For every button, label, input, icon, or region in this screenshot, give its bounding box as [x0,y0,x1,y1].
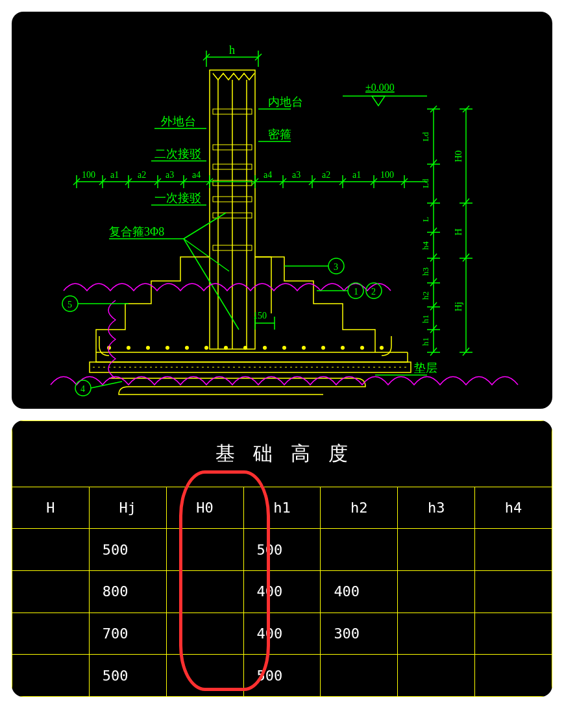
table-title-row: 基础高度 [12,421,552,487]
drawing-svg: h ±0.000 内地台 外地台 密箍 二次接驳 [12,12,552,409]
svg-text:复合箍3Φ8: 复合箍3Φ8 [109,225,164,238]
wall-body [210,70,255,349]
svg-point-72 [185,346,189,350]
svg-point-79 [321,346,325,350]
bedding-layer: 垫层 [90,361,437,375]
svg-text:h4: h4 [421,241,430,250]
datum-label: ±0.000 [365,82,395,93]
svg-point-73 [204,346,208,350]
svg-text:100: 100 [82,170,95,180]
svg-text:H0: H0 [453,151,463,162]
svg-text:4: 4 [80,384,85,394]
table-title: 基础高度 [12,421,552,487]
svg-point-70 [146,346,150,350]
svg-point-80 [341,346,345,350]
top-dim-label: h [229,43,235,56]
foundation-height-table-panel: 基础高度 H Hj H0 h1 h2 h3 h4 500 500 800 400… [12,420,552,697]
svg-text:a2: a2 [138,170,146,180]
svg-text:a3: a3 [292,170,300,180]
svg-line-57 [184,213,226,239]
svg-point-76 [263,346,267,350]
svg-point-78 [302,346,306,350]
col-h1: h1 [243,487,321,529]
svg-line-58 [184,239,229,271]
top-dim-h: h [203,43,262,67]
composite-stirrup-note: 复合箍3Φ8 [109,213,239,330]
svg-text:5: 5 [67,300,72,309]
foundation-section-drawing: h ±0.000 内地台 外地台 密箍 二次接驳 [12,12,552,409]
svg-point-77 [282,346,286,350]
col-H: H [12,487,90,529]
svg-text:3: 3 [334,262,338,272]
callout-bubbles: 3 1 2 5 4 [62,258,382,396]
svg-text:Ld: Ld [421,178,430,188]
col-H0: H0 [166,487,243,529]
svg-text:a3: a3 [166,170,174,180]
svg-text:Ld: Ld [421,132,430,141]
inner-platform-label: 内地台 [268,95,303,108]
outer-platform-label: 外地台 [161,115,196,128]
revision-clouds [51,284,518,385]
svg-text:Hj: Hj [453,302,463,311]
svg-point-75 [243,346,247,350]
table-row: 700 400 300 [12,613,552,655]
svg-text:2: 2 [371,287,376,297]
table-header-row: H Hj H0 h1 h2 h3 h4 [12,487,552,529]
svg-point-74 [224,346,228,350]
svg-text:垫层: 垫层 [414,361,437,374]
table-row: 500 500 [12,529,552,571]
second-splice-label: 二次接驳 [154,147,201,160]
svg-text:a2: a2 [322,170,330,180]
col-h3: h3 [398,487,475,529]
svg-text:a4: a4 [192,170,201,180]
svg-point-69 [127,346,130,350]
wall-bottom-dim: 150 [253,311,275,330]
svg-text:a1: a1 [352,170,361,180]
svg-text:h1: h1 [421,315,430,323]
svg-text:h1: h1 [421,337,430,346]
col-h2: h2 [321,487,398,529]
svg-point-71 [166,346,169,350]
footing-bars [107,346,384,350]
col-Hj: Hj [89,487,166,529]
svg-text:H: H [453,228,463,236]
svg-text:h3: h3 [421,267,430,276]
svg-text:150: 150 [253,311,267,321]
svg-point-81 [360,346,364,350]
foundation-height-table: 基础高度 H Hj H0 h1 h2 h3 h4 500 500 800 400… [12,420,552,697]
svg-point-82 [380,346,384,350]
stepped-footing [96,257,408,362]
col-h4: h4 [475,487,552,529]
svg-text:1: 1 [354,287,358,297]
svg-text:100: 100 [380,170,394,180]
svg-marker-6 [372,96,385,106]
first-splice-label: 一次接驳 [154,191,201,204]
table-row: 800 400 400 [12,570,552,613]
svg-text:h2: h2 [421,291,430,300]
dense-stirrup-label: 密箍 [268,128,291,141]
svg-text:a4: a4 [264,170,272,180]
svg-text:L: L [421,217,430,222]
svg-line-96 [91,382,122,388]
svg-text:a1: a1 [110,170,119,180]
table-row: 500 500 [12,655,552,697]
datum-level: ±0.000 [343,82,427,106]
right-vertical-dims: Ld Ld L h4 h3 h2 h1 h1 H0 H Hj [421,106,472,356]
